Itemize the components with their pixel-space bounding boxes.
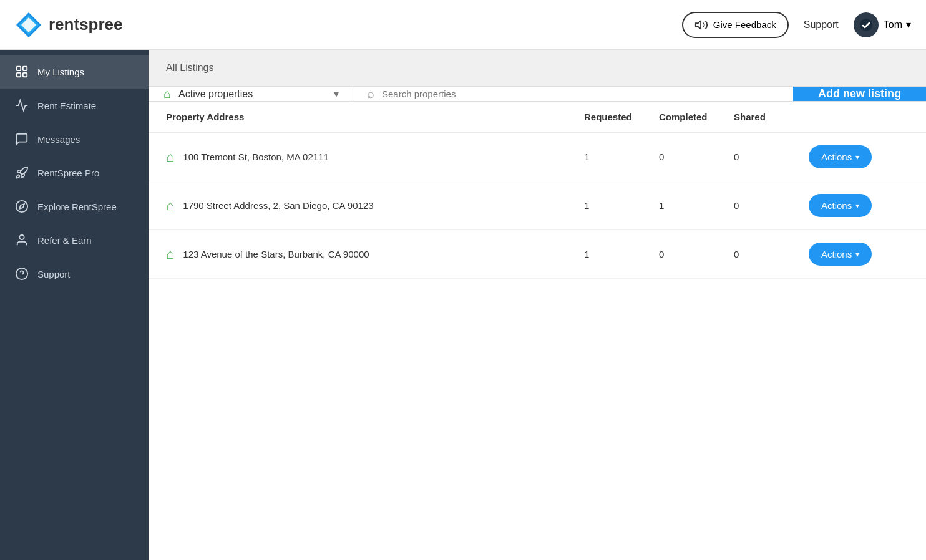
top-navigation: rentspree Give Feedback Support Tom ▾ [0,0,926,50]
sidebar-label-messages: Messages [37,134,80,145]
support-nav-link[interactable]: Support [804,19,839,31]
feedback-icon [695,18,708,32]
give-feedback-button[interactable]: Give Feedback [682,12,789,38]
logo-text: rentspree [49,15,123,34]
page-header: All Listings [149,50,926,87]
table-row: ⌂ 123 Avenue of the Stars, Burbank, CA 9… [149,230,926,279]
svg-rect-5 [17,67,21,70]
list-icon [15,65,29,79]
completed-count: 1 [659,200,734,211]
sidebar-item-refer-earn[interactable]: Refer & Earn [0,223,149,257]
sidebar-label-support: Support [37,269,71,279]
person-add-icon [15,233,29,247]
sidebar-label-rent-estimate: Rent Estimate [37,100,96,111]
sidebar-item-my-listings[interactable]: My Listings [0,55,149,89]
svg-rect-8 [23,73,27,77]
give-feedback-label: Give Feedback [713,19,776,30]
logo-icon [15,11,42,39]
property-house-icon: ⌂ [166,149,174,165]
svg-rect-6 [23,67,27,70]
requested-count: 1 [584,249,659,259]
property-address: 123 Avenue of the Stars, Burbank, CA 900… [183,249,369,259]
actions-label: Actions [821,249,852,259]
sidebar-item-explore-rentspree[interactable]: Explore RentSpree [0,190,149,223]
sidebar-label-rentspree-pro: RentSpree Pro [37,168,99,178]
actions-cell: Actions ▾ [809,194,909,217]
table-row: ⌂ 100 Tremont St, Boston, MA 02111 1 0 0… [149,133,926,181]
checkmark-icon [859,17,874,32]
page-title: All Listings [166,62,213,73]
svg-point-4 [860,19,872,31]
chevron-down-icon: ▾ [855,201,859,210]
column-header-completed: Completed [659,112,734,122]
property-address: 100 Tremont St, Boston, MA 02111 [183,152,328,162]
svg-marker-10 [19,204,24,209]
rocket-icon [15,166,29,180]
logo: rentspree [15,11,123,39]
shared-count: 0 [734,249,809,259]
filter-chevron-icon: ▾ [334,88,339,100]
requested-count: 1 [584,200,659,211]
sidebar-item-messages[interactable]: Messages [0,122,149,156]
svg-point-11 [19,235,24,239]
completed-count: 0 [659,152,734,162]
sidebar-label-refer-earn: Refer & Earn [37,235,92,246]
filter-dropdown[interactable]: ⌂ Active properties ▾ [149,87,354,101]
search-area: ⌕ [354,87,793,101]
completed-count: 0 [659,249,734,259]
listings-table: Property Address Requested Completed Sha… [149,102,926,560]
column-header-address: Property Address [166,112,584,122]
search-input[interactable] [382,89,781,99]
property-cell: ⌂ 123 Avenue of the Stars, Burbank, CA 9… [166,246,584,263]
svg-marker-3 [696,21,701,29]
svg-rect-7 [17,73,21,77]
actions-button[interactable]: Actions ▾ [809,194,872,217]
message-icon [15,132,29,146]
add-new-listing-button[interactable]: Add new listing [793,87,926,101]
column-header-requested: Requested [584,112,659,122]
actions-label: Actions [821,152,852,162]
column-header-shared: Shared [734,112,809,122]
property-house-icon: ⌂ [166,198,174,214]
property-cell: ⌂ 1790 Street Address, 2, San Diego, CA … [166,198,584,214]
actions-cell: Actions ▾ [809,243,909,266]
chevron-down-icon: ▾ [855,250,859,259]
table-header: Property Address Requested Completed Sha… [149,102,926,133]
nav-right: Give Feedback Support Tom ▾ [682,12,911,38]
filter-house-icon: ⌂ [163,87,171,101]
actions-button[interactable]: Actions ▾ [809,243,872,266]
actions-label: Actions [821,200,852,211]
filter-label: Active properties [178,89,326,100]
requested-count: 1 [584,152,659,162]
user-name[interactable]: Tom ▾ [884,19,911,31]
sidebar-item-support[interactable]: Support [0,257,149,291]
main-layout: My Listings Rent Estimate Messages RentS… [0,50,926,560]
actions-button[interactable]: Actions ▾ [809,145,872,168]
sidebar-label-my-listings: My Listings [37,67,84,77]
sidebar-item-rent-estimate[interactable]: Rent Estimate [0,89,149,122]
search-icon: ⌕ [367,87,374,101]
avatar [854,12,879,37]
chevron-down-icon: ▾ [855,153,859,162]
question-icon [15,267,29,281]
sidebar-item-rentspree-pro[interactable]: RentSpree Pro [0,156,149,190]
sidebar: My Listings Rent Estimate Messages RentS… [0,50,149,560]
table-row: ⌂ 1790 Street Address, 2, San Diego, CA … [149,181,926,230]
svg-point-9 [16,201,27,212]
sidebar-label-explore-rentspree: Explore RentSpree [37,201,117,212]
property-house-icon: ⌂ [166,246,174,263]
column-header-actions [809,112,909,122]
user-chevron-icon: ▾ [906,19,911,31]
chart-icon [15,99,29,112]
shared-count: 0 [734,152,809,162]
actions-cell: Actions ▾ [809,145,909,168]
explore-icon [15,200,29,213]
content-area: All Listings ⌂ Active properties ▾ ⌕ Add… [149,50,926,560]
shared-count: 0 [734,200,809,211]
property-address: 1790 Street Address, 2, San Diego, CA 90… [183,200,373,211]
toolbar: ⌂ Active properties ▾ ⌕ Add new listing [149,87,926,102]
property-cell: ⌂ 100 Tremont St, Boston, MA 02111 [166,149,584,165]
user-menu[interactable]: Tom ▾ [854,12,911,37]
